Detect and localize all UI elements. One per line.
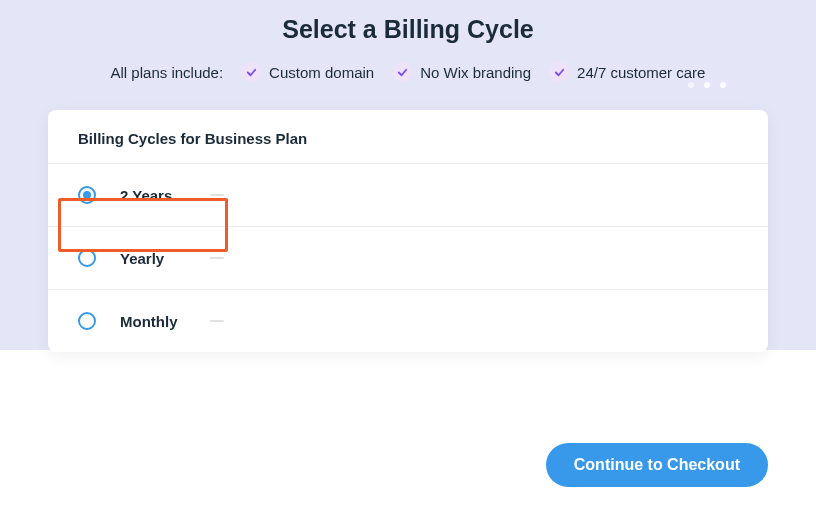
feature-custom-domain: Custom domain <box>241 62 374 82</box>
billing-card: Billing Cycles for Business Plan 2 Years… <box>48 110 768 352</box>
check-icon <box>241 62 261 82</box>
option-2-years[interactable]: 2 Years <box>48 164 768 227</box>
feature-label: Custom domain <box>269 64 374 81</box>
placeholder-dash <box>210 257 224 259</box>
option-label: Monthly <box>120 313 182 330</box>
card-header: Billing Cycles for Business Plan <box>48 110 768 164</box>
radio-icon[interactable] <box>78 312 96 330</box>
feature-label: No Wix branding <box>420 64 531 81</box>
option-monthly[interactable]: Monthly <box>48 290 768 352</box>
option-yearly[interactable]: Yearly <box>48 227 768 290</box>
feature-label: 24/7 customer care <box>577 64 705 81</box>
check-icon <box>392 62 412 82</box>
check-icon <box>549 62 569 82</box>
option-label: Yearly <box>120 250 182 267</box>
radio-icon[interactable] <box>78 249 96 267</box>
continue-checkout-button[interactable]: Continue to Checkout <box>546 443 768 487</box>
placeholder-dash <box>210 194 224 196</box>
radio-icon[interactable] <box>78 186 96 204</box>
placeholder-dash <box>210 320 224 322</box>
features-row: All plans include: Custom domain No Wix … <box>0 62 816 82</box>
option-label: 2 Years <box>120 187 182 204</box>
features-intro: All plans include: <box>111 64 224 81</box>
feature-support: 24/7 customer care <box>549 62 705 82</box>
feature-no-branding: No Wix branding <box>392 62 531 82</box>
page-title: Select a Billing Cycle <box>0 15 816 44</box>
